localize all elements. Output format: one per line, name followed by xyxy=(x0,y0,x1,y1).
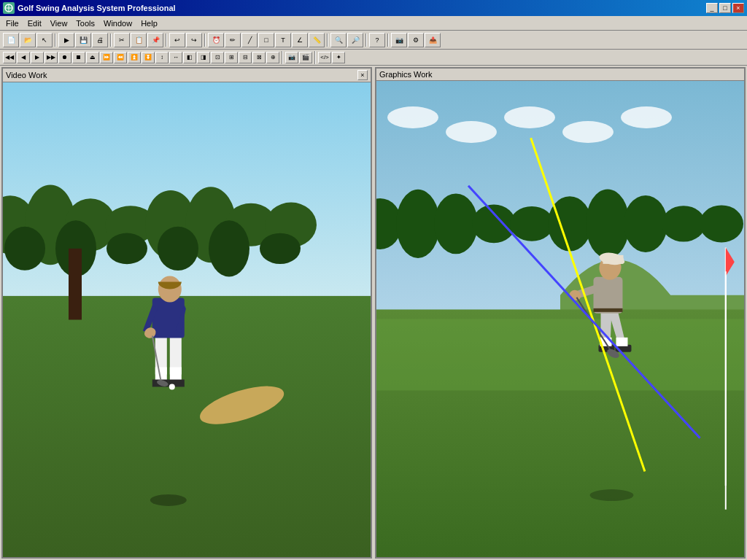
tool2-14[interactable]: ◧ xyxy=(183,52,196,63)
menu-help[interactable]: Help xyxy=(136,18,162,29)
tool-new[interactable]: 📄 xyxy=(3,33,19,47)
tool2-7[interactable]: ⏏ xyxy=(86,52,99,63)
menu-bar: File Edit View Tools Window Help xyxy=(0,16,747,31)
menu-file[interactable]: File xyxy=(1,18,23,29)
app-icon xyxy=(3,2,15,14)
video-work-close[interactable]: × xyxy=(357,70,368,80)
tool-export[interactable]: 📤 xyxy=(425,33,441,47)
minimize-button[interactable]: _ xyxy=(706,3,718,13)
menu-window[interactable]: Window xyxy=(99,18,136,29)
graphics-work-area xyxy=(376,81,744,557)
video-work-panel: Video Work × xyxy=(1,67,372,559)
tool2-5[interactable]: ⏺ xyxy=(58,52,71,63)
tool2-6[interactable]: ⏹ xyxy=(72,52,85,63)
tool2-1[interactable]: ◀◀ xyxy=(3,52,16,63)
menu-tools[interactable]: Tools xyxy=(71,18,99,29)
window-controls: _ □ × xyxy=(706,3,744,13)
graphics-work-panel: Graphics Work xyxy=(375,67,746,559)
tool-redo[interactable]: ↪ xyxy=(186,33,202,47)
tool2-wand[interactable]: ✦ xyxy=(332,52,345,63)
graphics-canvas xyxy=(376,81,744,557)
toolbar-secondary: ◀◀ ◀ ▶ ▶▶ ⏺ ⏹ ⏏ ⏩ ⏪ ⏫ ⏬ ↕ ↔ ◧ ◨ ⊡ ⊞ ⊟ ⊠ … xyxy=(0,50,747,66)
tool-camera[interactable]: 📷 xyxy=(391,33,407,47)
tool2-3[interactable]: ▶ xyxy=(31,52,44,63)
tool2-15[interactable]: ◨ xyxy=(197,52,210,63)
sep5 xyxy=(327,34,328,47)
tool-zoom-in[interactable]: 🔍 xyxy=(330,33,347,47)
tool2-8[interactable]: ⏩ xyxy=(100,52,113,63)
sep6 xyxy=(365,34,367,47)
sep3 xyxy=(166,34,167,47)
graphics-work-title-bar: Graphics Work xyxy=(376,69,744,81)
tool-video[interactable]: ▶ xyxy=(58,33,74,47)
tool2-9[interactable]: ⏪ xyxy=(114,52,127,63)
tool-paste[interactable]: 📌 xyxy=(147,33,163,47)
tool2-code[interactable]: </> xyxy=(318,52,331,63)
title-bar: Golf Swing Analysis System Professional … xyxy=(0,0,747,16)
toolbar-main: 📄 📂 ↖ ▶ 💾 🖨 ✂ 📋 📌 ↩ ↪ ⏰ ✏ ╱ □ T ∠ 📏 🔍 🔎 … xyxy=(0,31,747,50)
tool2-4[interactable]: ▶▶ xyxy=(44,52,58,63)
sep4 xyxy=(204,34,206,47)
video-canvas xyxy=(3,82,371,557)
tool-draw[interactable]: ✏ xyxy=(225,33,241,47)
tool-text[interactable]: T xyxy=(275,33,291,47)
tool-line[interactable]: ╱ xyxy=(241,33,258,47)
menu-view[interactable]: View xyxy=(46,18,72,29)
tool2-12[interactable]: ↕ xyxy=(155,52,169,63)
graphics-work-title: Graphics Work xyxy=(379,70,433,79)
tool-measure[interactable]: 📏 xyxy=(309,33,325,47)
tool-help[interactable]: ? xyxy=(369,33,385,47)
tool2-18[interactable]: ⊟ xyxy=(239,52,252,63)
sep-t2b xyxy=(314,51,316,64)
tool-angle[interactable]: ∠ xyxy=(292,33,308,47)
tool2-16[interactable]: ⊡ xyxy=(211,52,224,63)
video-work-title-bar: Video Work × xyxy=(3,69,371,82)
tool2-13[interactable]: ↔ xyxy=(169,52,182,63)
tool2-19[interactable]: ⊠ xyxy=(252,52,266,63)
close-button[interactable]: × xyxy=(732,3,744,13)
video-work-area xyxy=(3,82,371,557)
maximize-button[interactable]: □ xyxy=(719,3,731,13)
tool2-10[interactable]: ⏫ xyxy=(128,52,141,63)
tool-pointer[interactable]: ↖ xyxy=(36,33,53,47)
tool2-camera2[interactable]: 📷 xyxy=(285,52,298,63)
sep1 xyxy=(55,34,56,47)
sep2 xyxy=(110,34,112,47)
tool-shape[interactable]: □ xyxy=(258,33,274,47)
tool-open[interactable]: 📂 xyxy=(20,33,36,47)
app-title: Golf Swing Analysis System Professional xyxy=(18,4,706,12)
sep7 xyxy=(387,34,389,47)
tool-settings[interactable]: ⚙ xyxy=(408,33,424,47)
tool-undo[interactable]: ↩ xyxy=(169,33,185,47)
menu-edit[interactable]: Edit xyxy=(23,18,46,29)
tool2-film[interactable]: 🎬 xyxy=(299,52,312,63)
tool-clock[interactable]: ⏰ xyxy=(208,33,224,47)
tool2-20[interactable]: ⊕ xyxy=(266,52,279,63)
main-content: Video Work × Graphics Work xyxy=(0,66,747,560)
tool2-11[interactable]: ⏬ xyxy=(142,52,155,63)
tool-print[interactable]: 🖨 xyxy=(92,33,108,47)
tool-zoom-out[interactable]: 🔎 xyxy=(347,33,363,47)
sep-t2 xyxy=(282,51,283,64)
tool-save[interactable]: 💾 xyxy=(75,33,91,47)
tool-copy[interactable]: 📋 xyxy=(131,33,147,47)
tool2-2[interactable]: ◀ xyxy=(17,52,30,63)
tool2-17[interactable]: ⊞ xyxy=(225,52,238,63)
video-work-title: Video Work xyxy=(6,71,47,79)
tool-cut[interactable]: ✂ xyxy=(114,33,130,47)
